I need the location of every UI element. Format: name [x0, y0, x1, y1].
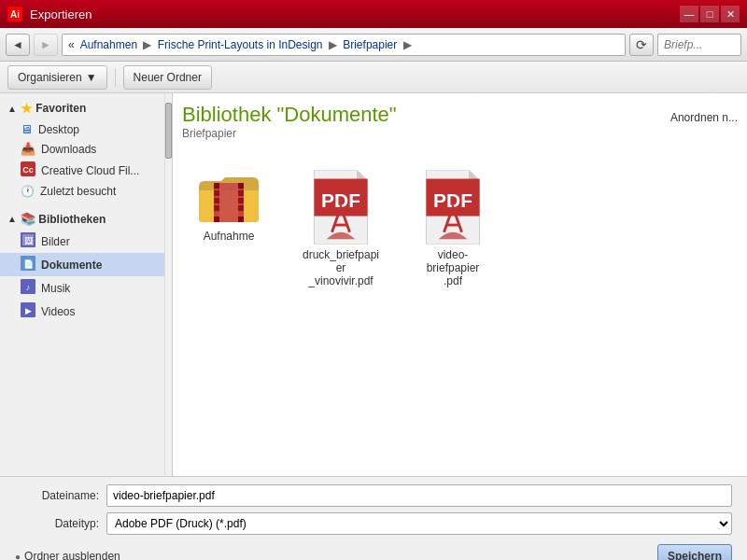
recent-icon: 🕐 — [21, 185, 35, 198]
images-icon: 🖼 — [21, 232, 35, 250]
desktop-icon: 🖥 — [21, 122, 33, 136]
window-title: Exportieren — [30, 7, 92, 21]
sidebar-item-videos[interactable]: ▶ Videos — [0, 300, 164, 323]
files-grid: Aufnahme PDF druck_br — [182, 155, 738, 302]
recent-label: Zuletzt besucht — [40, 185, 116, 198]
back-button[interactable]: ◄ — [6, 34, 30, 56]
sidebar-scrollbar[interactable] — [164, 93, 172, 476]
save-button[interactable]: Speichern — [657, 544, 732, 560]
downloads-icon: 📥 — [21, 142, 35, 156]
svg-text:Ai: Ai — [10, 9, 20, 20]
libraries-arrow-icon: ▲ — [7, 214, 17, 224]
hide-folder-label: Ordner ausblenden — [24, 550, 120, 560]
svg-text:📄: 📄 — [23, 259, 35, 270]
folder-icon — [195, 170, 262, 226]
search-input[interactable] — [657, 34, 741, 56]
filename-input[interactable] — [106, 484, 732, 507]
svg-text:Cc: Cc — [22, 165, 34, 175]
app-icon: Ai — [7, 7, 22, 21]
svg-rect-20 — [214, 198, 219, 203]
filename-row: Dateiname: — [15, 484, 732, 507]
svg-rect-17 — [238, 217, 244, 222]
main-area: ▲ ★ Favoriten 🖥 Desktop 📥 Downloads — [0, 93, 747, 476]
refresh-button[interactable]: ⟳ — [629, 34, 654, 56]
content-header: Bibliothek "Dokumente" Briefpapier Anord… — [182, 103, 738, 151]
organize-label: Organisieren — [18, 71, 82, 84]
file-item-druck[interactable]: PDF druck_briefpapier_vinovivir.pdf — [294, 164, 388, 293]
hide-folder-icon: ● — [15, 552, 21, 561]
aufnahme-name: Aufnahme — [204, 230, 255, 243]
libraries-icon: 📚 — [21, 212, 35, 226]
title-bar: Ai Exportieren — □ ✕ — [0, 0, 747, 28]
svg-rect-24 — [219, 183, 238, 222]
bottom-area: Dateiname: Dateityp: Adobe PDF (Druck) (… — [0, 476, 747, 560]
creative-cloud-label: Creative Cloud Fil... — [41, 164, 139, 177]
action-buttons: Speichern — [657, 544, 732, 560]
videos-icon: ▶ — [21, 302, 35, 320]
address-path[interactable]: « Aufnahmen ▶ Frische Print-Layouts in I… — [62, 34, 626, 56]
content-title: Bibliothek "Dokumente" — [182, 103, 397, 127]
svg-rect-19 — [238, 190, 244, 196]
documents-icon: 📄 — [21, 256, 35, 273]
new-folder-button[interactable]: Neuer Ordner — [123, 65, 212, 90]
maximize-button[interactable]: □ — [700, 6, 719, 22]
filetype-label: Dateityp: — [15, 517, 99, 530]
content-area: Bibliothek "Dokumente" Briefpapier Anord… — [173, 93, 747, 476]
sidebar-scrollbar-thumb[interactable] — [165, 103, 172, 159]
pdf-icon-video: PDF — [419, 170, 486, 245]
sidebar-item-downloads[interactable]: 📥 Downloads — [0, 139, 164, 159]
toolbar: Organisieren ▼ Neuer Ordner — [0, 62, 747, 93]
content-subtitle: Briefpapier — [182, 127, 397, 140]
bottom-controls: ● Ordner ausblenden Speichern — [15, 540, 732, 560]
images-label: Bilder — [41, 235, 70, 248]
favorites-arrow-icon: ▲ — [7, 104, 17, 114]
address-bar: ◄ ► « Aufnahmen ▶ Frische Print-Layouts … — [0, 28, 747, 62]
sidebar-favorites-header[interactable]: ▲ ★ Favoriten — [0, 97, 164, 119]
sidebar-item-images[interactable]: 🖼 Bilder — [0, 230, 164, 253]
downloads-label: Downloads — [41, 143, 96, 156]
svg-text:♪: ♪ — [26, 283, 31, 292]
sidebar-item-music[interactable]: ♪ Musik — [0, 276, 164, 300]
sidebar: ▲ ★ Favoriten 🖥 Desktop 📥 Downloads — [0, 93, 173, 476]
sidebar-item-recent[interactable]: 🕐 Zuletzt besucht — [0, 182, 164, 201]
organize-arrow-icon: ▼ — [86, 71, 97, 84]
favorites-label: Favoriten — [35, 102, 86, 115]
toolbar-separator — [115, 68, 116, 87]
arrange-button[interactable]: Anordnen n... — [670, 111, 738, 124]
druck-name: druck_briefpapier_vinovivir.pdf — [300, 248, 382, 287]
libraries-label: Bibliotheken — [38, 213, 106, 226]
filename-label: Dateiname: — [15, 489, 99, 502]
sidebar-item-creative-cloud[interactable]: Cc Creative Cloud Fil... — [0, 159, 164, 182]
hide-folder-button[interactable]: ● Ordner ausblenden — [15, 550, 120, 560]
svg-rect-21 — [238, 198, 244, 203]
svg-rect-16 — [214, 217, 219, 222]
svg-rect-22 — [214, 205, 219, 211]
svg-rect-14 — [214, 183, 219, 189]
videos-label: Videos — [41, 305, 75, 318]
music-label: Musik — [41, 282, 70, 295]
window-controls: — □ ✕ — [680, 6, 740, 22]
documents-label: Dokumente — [41, 259, 102, 272]
sidebar-libraries-header[interactable]: ▲ 📚 Bibliotheken — [0, 208, 164, 230]
forward-button[interactable]: ► — [34, 34, 58, 56]
creative-cloud-icon: Cc — [21, 161, 35, 179]
content-title-group: Bibliothek "Dokumente" Briefpapier — [182, 103, 397, 151]
filetype-row: Dateityp: Adobe PDF (Druck) (*.pdf) — [15, 512, 732, 535]
svg-rect-23 — [238, 205, 244, 211]
file-item-video-briefpapier[interactable]: PDF video-briefpapier.pdf — [406, 164, 500, 293]
sidebar-inner: ▲ ★ Favoriten 🖥 Desktop 📥 Downloads — [0, 93, 164, 476]
svg-rect-15 — [238, 183, 244, 189]
file-item-aufnahme[interactable]: Aufnahme — [182, 164, 275, 293]
sidebar-scroll[interactable]: ▲ ★ Favoriten 🖥 Desktop 📥 Downloads — [0, 93, 164, 327]
svg-rect-18 — [214, 190, 219, 196]
minimize-button[interactable]: — — [680, 6, 698, 22]
close-button[interactable]: ✕ — [721, 6, 740, 22]
sidebar-item-desktop[interactable]: 🖥 Desktop — [0, 119, 164, 139]
favorites-star-icon: ★ — [21, 101, 33, 116]
filetype-select[interactable]: Adobe PDF (Druck) (*.pdf) — [106, 512, 732, 535]
svg-text:🖼: 🖼 — [24, 236, 33, 245]
desktop-label: Desktop — [38, 123, 79, 136]
sidebar-item-documents[interactable]: 📄 Dokumente — [0, 253, 164, 276]
video-briefpapier-name: video-briefpapier.pdf — [412, 248, 494, 287]
organize-button[interactable]: Organisieren ▼ — [7, 65, 107, 90]
